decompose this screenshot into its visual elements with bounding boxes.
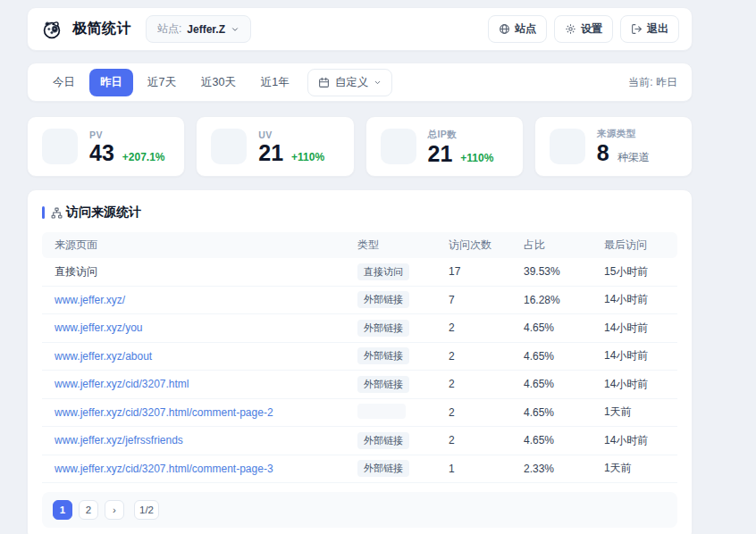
visits-value: 1 [436,463,511,475]
type-badge: 外部链接 [357,460,409,477]
share-value: 16.28% [511,294,592,306]
table-row: www.jeffer.xyz/about 外部链接 2 4.65% 14小时前 [42,343,677,371]
share-value: 4.65% [511,378,592,390]
logout-button-label: 退出 [647,21,668,37]
type-badge: 外部链接 [357,320,409,337]
tab-last-7-days[interactable]: 近7天 [137,69,187,96]
visits-value: 7 [436,294,511,306]
source-link[interactable]: www.jeffer.xyz/cid/3207.html/comment-pag… [55,406,273,419]
next-page-button[interactable]: › [105,500,124,520]
map-pin-icon [381,129,416,164]
tab-yesterday[interactable]: 昨日 [89,69,133,96]
tab-last-30-days[interactable]: 近30天 [190,69,247,96]
stats-row: PV 43 +207.1% UV 21 +110% [27,116,693,177]
page-button-2[interactable]: 2 [79,500,98,520]
stat-card-pv: PV 43 +207.1% [27,116,185,177]
table-row: www.jeffer.xyz/jefrssfriends 外部链接 2 4.65… [42,427,677,455]
analytics-dashboard: 极简统计 站点: Jeffer.Z 站点 设置 [27,7,693,534]
globe-icon [499,23,510,35]
stat-change: +207.1% [122,151,165,163]
source-link[interactable]: www.jeffer.xyz/about [55,350,152,363]
page-button-1[interactable]: 1 [53,500,72,520]
source-link[interactable]: www.jeffer.xyz/jefrssfriends [55,434,183,446]
stat-label: UV [258,129,324,140]
app-logo-dog-icon [40,18,63,41]
app-title: 极简统计 [72,20,131,38]
header-actions: 站点 设置 退出 [488,15,679,43]
custom-range-button[interactable]: 自定义 [307,69,393,96]
type-badge: 外部链接 [357,291,409,308]
last-visit-value: 15小时前 [592,264,677,280]
last-visit-value: 14小时前 [592,433,677,448]
stat-card-source-types: 来源类型 8 种渠道 [534,116,693,177]
link-icon [550,129,585,164]
stat-change: +110% [460,152,493,164]
last-visit-value: 14小时前 [592,348,677,363]
stat-card-uv: UV 21 +110% [196,116,354,177]
table-row: www.jeffer.xyz/you 外部链接 2 4.65% 14小时前 [42,314,677,343]
sites-button-label: 站点 [515,21,536,37]
custom-range-label: 自定义 [335,75,369,90]
sites-button[interactable]: 站点 [488,15,547,43]
table-row: www.jeffer.xyz/cid/3207.html/comment-pag… [42,455,677,484]
site-selector-value: Jeffer.Z [187,23,225,36]
source-link[interactable]: www.jeffer.xyz/you [55,321,142,334]
visits-value: 2 [436,434,511,446]
table-row: www.jeffer.xyz/ 外部链接 7 16.28% 14小时前 [42,287,677,315]
chevron-down-icon [231,25,239,34]
pagination: 1 2 › 1/2 [42,492,677,528]
site-selector-dropdown[interactable]: 站点: Jeffer.Z [146,15,251,43]
visit-sources-panel: 访问来源统计 来源页面 类型 访问次数 占比 最后访问 直接访问 直接访问 17… [27,189,693,534]
stat-value: 21 [428,143,453,165]
title-accent-bar [42,206,45,219]
stat-label: 来源类型 [597,128,650,140]
share-value: 4.65% [511,321,592,334]
stat-label: PV [89,129,165,140]
type-badge: 直接访问 [357,263,409,280]
table-body: 直接访问 直接访问 17 39.53% 15小时前 www.jeffer.xyz… [42,258,677,483]
logout-button[interactable]: 退出 [620,15,679,43]
stat-change: +110% [291,151,324,163]
settings-button[interactable]: 设置 [554,15,613,43]
type-badge: 外部链接 [357,432,409,449]
source-link[interactable]: www.jeffer.xyz/ [55,294,125,306]
chevron-down-icon [374,79,382,87]
page-indicator: 1/2 [134,500,159,520]
table-row: www.jeffer.xyz/cid/3207.html 外部链接 2 4.65… [42,371,677,399]
share-value: 2.33% [511,463,592,475]
share-value: 39.53% [511,265,592,278]
date-filter-bar: 今日 昨日 近7天 近30天 近1年 自定义 当前: 昨日 [27,63,693,102]
type-badge-faded [357,404,406,419]
stat-label: 总IP数 [428,129,494,141]
column-header-source: 来源页面 [42,238,345,253]
section-title: 访问来源统计 [51,204,141,221]
calendar-icon [318,77,330,88]
table-row: 直接访问 直接访问 17 39.53% 15小时前 [42,258,677,287]
last-visit-value: 14小时前 [592,377,677,392]
tab-today[interactable]: 今日 [42,69,86,96]
last-visit-value: 1天前 [592,461,677,476]
section-title-row: 访问来源统计 [42,204,677,221]
section-title-text: 访问来源统计 [66,204,141,221]
tab-last-year[interactable]: 近1年 [250,69,300,96]
last-visit-value: 1天前 [592,405,677,420]
sitemap-icon [51,207,63,219]
stat-card-total-ip: 总IP数 21 +110% [365,116,524,177]
last-visit-value: 14小时前 [592,321,677,336]
stat-value: 21 [258,142,283,164]
eye-icon [42,129,78,164]
source-link[interactable]: www.jeffer.xyz/cid/3207.html/comment-pag… [55,463,273,475]
last-visit-value: 14小时前 [592,292,677,307]
stat-value: 8 [597,142,609,164]
table-header-row: 来源页面 类型 访问次数 占比 最后访问 [42,232,677,258]
type-badge: 外部链接 [357,347,409,364]
date-range-tabs: 今日 昨日 近7天 近30天 近1年 [42,69,300,96]
visits-value: 2 [436,378,511,390]
settings-button-label: 设置 [581,21,602,37]
header-bar: 极简统计 站点: Jeffer.Z 站点 设置 [27,7,693,51]
source-link[interactable]: www.jeffer.xyz/cid/3207.html [55,378,189,390]
column-header-last-visit: 最后访问 [592,238,677,253]
column-header-type: 类型 [345,238,436,253]
share-value: 4.65% [511,350,592,363]
current-range-label: 当前: 昨日 [628,75,677,90]
